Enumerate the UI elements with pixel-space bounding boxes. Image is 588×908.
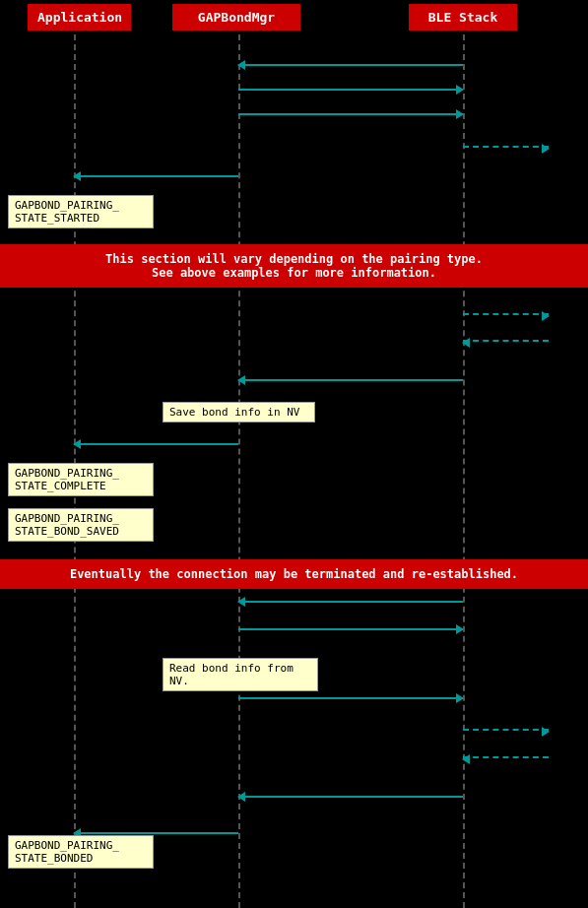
note-pairing-complete: GAPBOND_PAIRING_STATE_COMPLETE [8, 463, 154, 496]
note-pairing-started: GAPBOND_PAIRING_STATE_STARTED [8, 195, 154, 228]
arrow-14-dashed [463, 756, 549, 758]
lifeline-ble-stack [463, 34, 465, 908]
sequence-diagram: Application GAPBondMgr BLE Stack This se… [0, 0, 588, 908]
arrow-4-dashed [463, 146, 549, 148]
arrow-5 [74, 175, 238, 177]
arrow-7-dashed [463, 340, 549, 342]
arrow-12 [238, 697, 463, 699]
note-read-bond: Read bond info from NV. [163, 658, 318, 691]
arrow-10 [238, 601, 463, 603]
arrow-8 [238, 379, 463, 381]
arrow-11 [238, 628, 463, 630]
section-banner-pairing-text: This section will vary depending on the … [105, 252, 483, 280]
arrow-16 [74, 832, 238, 834]
actor-application: Application [28, 4, 131, 31]
section-banner-reconnect-text: Eventually the connection may be termina… [70, 567, 518, 581]
arrow-2 [238, 89, 463, 91]
section-banner-pairing: This section will vary depending on the … [0, 244, 588, 288]
arrow-13-dashed [463, 729, 549, 731]
lifeline-gapbondmgr [238, 34, 240, 908]
section-banner-reconnect: Eventually the connection may be termina… [0, 559, 588, 589]
note-state-bonded: GAPBOND_PAIRING_STATE_BONDED [8, 835, 154, 869]
arrow-1 [238, 64, 463, 66]
arrow-9 [74, 443, 238, 445]
arrow-3 [238, 113, 463, 115]
note-bond-saved: GAPBOND_PAIRING_STATE_BOND_SAVED [8, 508, 154, 542]
note-save-bond: Save bond info in NV [163, 402, 315, 422]
actor-gapbondmgr: GAPBondMgr [172, 4, 300, 31]
arrow-6-dashed [463, 313, 549, 315]
actor-ble-stack: BLE Stack [409, 4, 517, 31]
arrow-15 [238, 796, 463, 798]
